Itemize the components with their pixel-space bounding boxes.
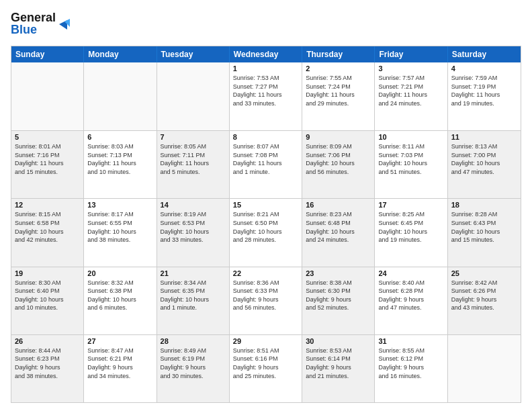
day-info: Sunrise: 7:55 AM Sunset: 7:24 PM Dayligh…: [306, 74, 371, 107]
day-info: Sunrise: 8:03 AM Sunset: 7:13 PM Dayligh…: [87, 142, 152, 176]
day-cell-17: 17Sunrise: 8:25 AM Sunset: 6:45 PM Dayli…: [375, 199, 447, 266]
day-info: Sunrise: 8:30 AM Sunset: 6:40 PM Dayligh…: [15, 279, 80, 312]
day-cell-13: 13Sunrise: 8:17 AM Sunset: 6:55 PM Dayli…: [84, 199, 157, 266]
day-number: 22: [233, 269, 298, 277]
day-number: 31: [378, 337, 443, 345]
day-number: 18: [451, 201, 517, 209]
day-cell-3: 3Sunrise: 7:57 AM Sunset: 7:21 PM Daylig…: [375, 62, 447, 130]
day-info: Sunrise: 8:53 AM Sunset: 6:14 PM Dayligh…: [306, 347, 371, 380]
weekday-header-saturday: Saturday: [448, 46, 521, 62]
day-number: 8: [233, 133, 298, 141]
day-info: Sunrise: 8:51 AM Sunset: 6:16 PM Dayligh…: [233, 347, 298, 380]
day-number: 14: [161, 201, 226, 209]
day-cell-26: 26Sunrise: 8:44 AM Sunset: 6:23 PM Dayli…: [11, 335, 84, 402]
day-cell-28: 28Sunrise: 8:49 AM Sunset: 6:19 PM Dayli…: [157, 335, 230, 402]
day-number: 11: [451, 133, 517, 141]
day-cell-19: 19Sunrise: 8:30 AM Sunset: 6:40 PM Dayli…: [11, 267, 84, 334]
day-cell-15: 15Sunrise: 8:21 AM Sunset: 6:50 PM Dayli…: [230, 199, 302, 266]
day-number: 30: [306, 337, 371, 345]
empty-cell-4-6: [448, 335, 521, 402]
day-cell-2: 2Sunrise: 7:55 AM Sunset: 7:24 PM Daylig…: [302, 62, 375, 130]
day-number: 28: [161, 337, 226, 345]
calendar: SundayMondayTuesdayWednesdayThursdayFrid…: [11, 46, 521, 403]
day-number: 15: [233, 201, 298, 209]
day-cell-29: 29Sunrise: 8:51 AM Sunset: 6:16 PM Dayli…: [230, 335, 302, 402]
empty-cell-0-0: [11, 62, 84, 130]
day-number: 25: [451, 269, 517, 277]
day-cell-10: 10Sunrise: 8:11 AM Sunset: 7:03 PM Dayli…: [375, 131, 447, 198]
day-cell-31: 31Sunrise: 8:55 AM Sunset: 6:12 PM Dayli…: [375, 335, 447, 402]
day-number: 3: [378, 64, 443, 73]
header: General Blue: [11, 8, 521, 40]
day-info: Sunrise: 8:32 AM Sunset: 6:38 PM Dayligh…: [87, 279, 152, 312]
weekday-header-wednesday: Wednesday: [230, 46, 302, 62]
day-cell-9: 9Sunrise: 8:09 AM Sunset: 7:06 PM Daylig…: [302, 131, 375, 198]
empty-cell-0-1: [84, 62, 157, 130]
day-info: Sunrise: 8:11 AM Sunset: 7:03 PM Dayligh…: [378, 142, 443, 176]
day-info: Sunrise: 8:47 AM Sunset: 6:21 PM Dayligh…: [87, 347, 152, 380]
day-cell-6: 6Sunrise: 8:03 AM Sunset: 7:13 PM Daylig…: [84, 131, 157, 198]
day-cell-27: 27Sunrise: 8:47 AM Sunset: 6:21 PM Dayli…: [84, 335, 157, 402]
day-info: Sunrise: 8:44 AM Sunset: 6:23 PM Dayligh…: [15, 347, 80, 380]
day-info: Sunrise: 8:38 AM Sunset: 6:30 PM Dayligh…: [306, 279, 371, 312]
day-info: Sunrise: 8:15 AM Sunset: 6:58 PM Dayligh…: [15, 210, 80, 244]
day-number: 6: [87, 133, 152, 141]
day-cell-8: 8Sunrise: 8:07 AM Sunset: 7:08 PM Daylig…: [230, 131, 302, 198]
weekday-header-friday: Friday: [375, 46, 447, 62]
day-number: 16: [306, 201, 371, 209]
logo: General Blue: [11, 8, 71, 40]
day-cell-25: 25Sunrise: 8:42 AM Sunset: 6:26 PM Dayli…: [448, 267, 521, 334]
calendar-row-1: 5Sunrise: 8:01 AM Sunset: 7:16 PM Daylig…: [11, 130, 521, 198]
day-number: 29: [233, 337, 298, 345]
day-number: 9: [306, 133, 371, 141]
day-cell-16: 16Sunrise: 8:23 AM Sunset: 6:48 PM Dayli…: [302, 199, 375, 266]
day-cell-14: 14Sunrise: 8:19 AM Sunset: 6:53 PM Dayli…: [157, 199, 230, 266]
day-number: 27: [87, 337, 152, 345]
calendar-row-4: 26Sunrise: 8:44 AM Sunset: 6:23 PM Dayli…: [11, 334, 521, 402]
weekday-header-sunday: Sunday: [11, 46, 84, 62]
day-info: Sunrise: 8:23 AM Sunset: 6:48 PM Dayligh…: [306, 210, 371, 244]
day-cell-7: 7Sunrise: 8:05 AM Sunset: 7:11 PM Daylig…: [157, 131, 230, 198]
day-info: Sunrise: 8:25 AM Sunset: 6:45 PM Dayligh…: [378, 210, 443, 244]
day-info: Sunrise: 8:13 AM Sunset: 7:00 PM Dayligh…: [451, 142, 517, 176]
calendar-body: 1Sunrise: 7:53 AM Sunset: 7:27 PM Daylig…: [11, 62, 521, 402]
day-number: 23: [306, 269, 371, 277]
day-number: 17: [378, 201, 443, 209]
day-cell-23: 23Sunrise: 8:38 AM Sunset: 6:30 PM Dayli…: [302, 267, 375, 334]
day-info: Sunrise: 8:42 AM Sunset: 6:26 PM Dayligh…: [451, 279, 517, 312]
day-cell-22: 22Sunrise: 8:36 AM Sunset: 6:33 PM Dayli…: [230, 267, 302, 334]
day-info: Sunrise: 8:17 AM Sunset: 6:55 PM Dayligh…: [87, 210, 152, 244]
logo-icon: General Blue: [11, 8, 71, 38]
day-info: Sunrise: 8:05 AM Sunset: 7:11 PM Dayligh…: [161, 142, 226, 176]
day-number: 20: [87, 269, 152, 277]
day-cell-18: 18Sunrise: 8:28 AM Sunset: 6:43 PM Dayli…: [448, 199, 521, 266]
calendar-row-2: 12Sunrise: 8:15 AM Sunset: 6:58 PM Dayli…: [11, 198, 521, 266]
day-info: Sunrise: 8:21 AM Sunset: 6:50 PM Dayligh…: [233, 210, 298, 244]
day-number: 24: [378, 269, 443, 277]
day-cell-20: 20Sunrise: 8:32 AM Sunset: 6:38 PM Dayli…: [84, 267, 157, 334]
weekday-header-tuesday: Tuesday: [157, 46, 230, 62]
svg-text:Blue: Blue: [11, 23, 37, 36]
day-info: Sunrise: 8:01 AM Sunset: 7:16 PM Dayligh…: [15, 142, 80, 176]
day-number: 19: [15, 269, 80, 277]
page: General Blue SundayMondayTuesdayWednesda…: [0, 0, 532, 411]
empty-cell-0-2: [157, 62, 230, 130]
day-cell-11: 11Sunrise: 8:13 AM Sunset: 7:00 PM Dayli…: [448, 131, 521, 198]
day-number: 26: [15, 337, 80, 345]
day-number: 10: [378, 133, 443, 141]
day-cell-21: 21Sunrise: 8:34 AM Sunset: 6:35 PM Dayli…: [157, 267, 230, 334]
day-number: 5: [15, 133, 80, 141]
calendar-row-3: 19Sunrise: 8:30 AM Sunset: 6:40 PM Dayli…: [11, 267, 521, 334]
day-number: 7: [161, 133, 226, 141]
svg-text:General: General: [11, 11, 56, 24]
weekday-header-monday: Monday: [84, 46, 157, 62]
day-cell-1: 1Sunrise: 7:53 AM Sunset: 7:27 PM Daylig…: [230, 62, 302, 130]
day-number: 12: [15, 201, 80, 209]
weekday-header-thursday: Thursday: [302, 46, 375, 62]
calendar-row-0: 1Sunrise: 7:53 AM Sunset: 7:27 PM Daylig…: [11, 62, 521, 130]
day-info: Sunrise: 8:40 AM Sunset: 6:28 PM Dayligh…: [378, 279, 443, 312]
day-info: Sunrise: 8:09 AM Sunset: 7:06 PM Dayligh…: [306, 142, 371, 176]
day-info: Sunrise: 8:28 AM Sunset: 6:43 PM Dayligh…: [451, 210, 517, 244]
day-number: 2: [306, 64, 371, 73]
day-info: Sunrise: 7:59 AM Sunset: 7:19 PM Dayligh…: [451, 74, 517, 107]
